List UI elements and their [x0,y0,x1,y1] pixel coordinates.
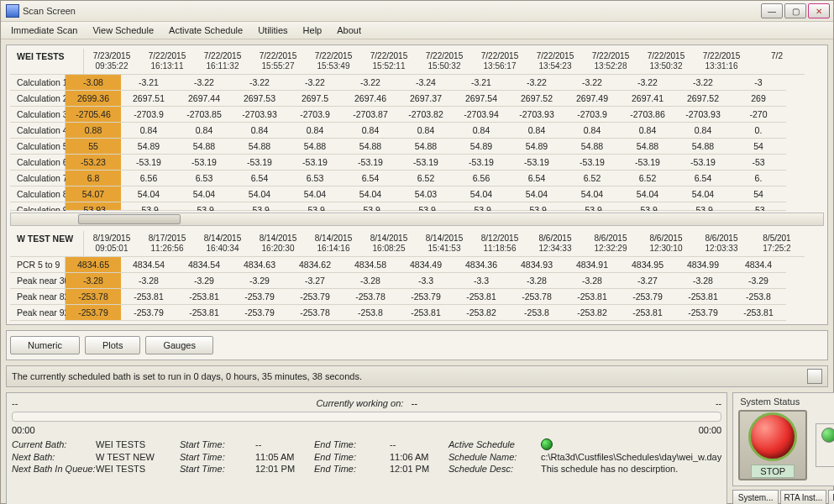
cell: -253.81 [675,289,731,305]
cell: 54.03 [398,186,454,202]
cell: -3.21 [454,75,509,91]
working-dash-l: -- [12,398,18,408]
cell: -53.9 [675,202,731,211]
cell: 0.88 [66,123,121,139]
view-tab-plots[interactable]: Plots [85,336,140,354]
table-row: Calculation 76.86.566.536.546.536.546.52… [10,171,824,186]
sys-tab-system[interactable]: System... [732,490,779,504]
sys-tab-rtainst[interactable]: RTA Inst... [780,490,826,504]
cell: 6.52 [564,171,620,186]
active-schedule-led [541,438,553,450]
close-button[interactable]: ✕ [808,3,830,18]
column-header[interactable]: 7/22/201513:52:28 [583,49,638,75]
cell: -2705.46 [66,107,121,123]
column-header[interactable]: 7/22/201515:52:11 [361,49,417,75]
cell: 0.84 [675,123,731,139]
schedule-desc-value: This schedule has no descirption. [541,464,721,474]
column-header[interactable]: 7/22/201516:11:32 [195,49,250,75]
cell: -253.79 [232,305,287,321]
cell: -253.78 [66,289,121,305]
cell: 54.04 [232,186,287,202]
stop-button[interactable]: STOP [738,410,807,480]
collapse-button[interactable] [807,369,822,384]
menu-view-schedule[interactable]: View Schedule [86,24,160,37]
column-header[interactable]: 8/6/201512:34:33 [527,231,583,257]
cell: -53.93 [66,202,121,211]
menu-immediate-scan[interactable]: Immediate Scan [4,24,84,37]
horizontal-scrollbar[interactable] [10,213,824,226]
cell: -253.82 [564,305,620,321]
working-label: Currently working on: [316,398,403,408]
cell: -53.19 [564,155,620,171]
column-header[interactable]: 8/14/201516:08:25 [361,231,417,257]
column-header[interactable]: 7/22/201515:50:32 [417,49,472,75]
column-header[interactable]: 8/6/201512:03:33 [694,231,749,257]
column-header[interactable]: 7/22/201515:55:27 [250,49,306,75]
column-header[interactable]: 8/6/201512:32:29 [583,231,638,257]
cell: -253.8 [509,305,564,321]
cell: -253.8 [731,289,786,305]
bath-info-grid: Current Bath: WEI TESTS Start Time: -- E… [12,438,721,474]
column-header[interactable]: 8/14/201516:20:30 [250,231,306,257]
column-header[interactable]: 8/19/201509:05:01 [84,231,139,257]
row-label: Calculation 6 [10,155,66,171]
view-tab-gauges[interactable]: Gauges [145,336,213,354]
column-header[interactable]: 7/22/201513:54:23 [527,49,583,75]
cell: -3.27 [287,273,343,289]
next-queue-value: WEI TESTS [96,464,180,474]
table-row: Calculation 9-53.93-53.9-53.9-53.9-53.9-… [10,202,824,211]
cell: -3.22 [509,75,564,91]
column-header[interactable]: 7/22/201513:50:32 [638,49,694,75]
minimize-button[interactable]: — [761,3,783,18]
cell: -53.19 [620,155,675,171]
column-header[interactable]: 7/23/201509:35:22 [84,49,139,75]
cell: 54.88 [564,139,620,155]
column-header[interactable]: 8/14/201515:41:53 [417,231,472,257]
column-header[interactable]: 8/5/20117:25:2 [749,231,805,257]
column-header[interactable]: 7/22/201515:53:49 [306,49,361,75]
cell: 0.84 [232,123,287,139]
sys-tab-mainten[interactable]: Mainten... [828,490,834,504]
cell: 6.56 [454,171,509,186]
cell: -3.28 [343,273,398,289]
schedule-status-text: The currently scheduled bath is set to r… [12,371,362,381]
status-led-panel: Ok Error Warning [816,423,834,467]
column-header[interactable]: 8/14/201516:14:16 [306,231,361,257]
data-grid-1[interactable]: W TEST NEW8/19/201509:05:018/17/201511:2… [10,231,824,321]
column-header[interactable]: 8/17/201511:26:56 [139,231,195,257]
column-header[interactable]: 7/22/201516:13:11 [139,49,195,75]
cell: 54.88 [287,139,343,155]
menu-utilities[interactable]: Utilities [251,24,294,37]
cell: -3.22 [675,75,731,91]
cell: 4834.95 [620,257,675,273]
column-header[interactable]: 7/2 [749,49,805,75]
working-dash-r: -- [716,398,721,408]
active-schedule-label: Active Schedule [448,439,541,449]
cell: -253.79 [232,289,287,305]
next-bath-value: W TEST NEW [96,452,180,462]
nb-end-label: End Time: [314,452,390,462]
menu-activate-schedule[interactable]: Activate Schedule [162,24,249,37]
menu-help[interactable]: Help [296,24,329,37]
cell: 54.88 [343,139,398,155]
menu-about[interactable]: About [330,24,368,37]
cell: -53.19 [398,155,454,171]
column-header[interactable]: 7/22/201513:56:17 [472,49,527,75]
column-header[interactable]: 8/14/201516:40:34 [195,231,250,257]
cell: 4834.58 [343,257,398,273]
column-header[interactable]: 7/22/201513:31:16 [694,49,749,75]
column-header[interactable]: 8/12/201511:18:56 [472,231,527,257]
cell: 2697.5 [287,91,343,107]
row-label: Peak near 820 [10,289,66,305]
cell: 2697.54 [454,91,509,107]
progress-panel: -- Currently working on: -- -- 00:00 00:… [6,392,727,504]
view-tab-numeric[interactable]: Numeric [10,336,80,354]
row-label: Calculation 9 [10,202,66,211]
data-grid-0[interactable]: WEI TESTS7/23/201509:35:227/22/201516:13… [10,49,824,211]
nq-start-label: Start Time: [180,464,255,474]
maximize-button[interactable]: ▢ [784,3,806,18]
column-header[interactable]: 8/6/201512:30:10 [638,231,694,257]
cell: 54.88 [620,139,675,155]
table-row: Calculation 22699.362697.512697.442697.5… [10,91,824,107]
cell: 54.04 [675,186,731,202]
